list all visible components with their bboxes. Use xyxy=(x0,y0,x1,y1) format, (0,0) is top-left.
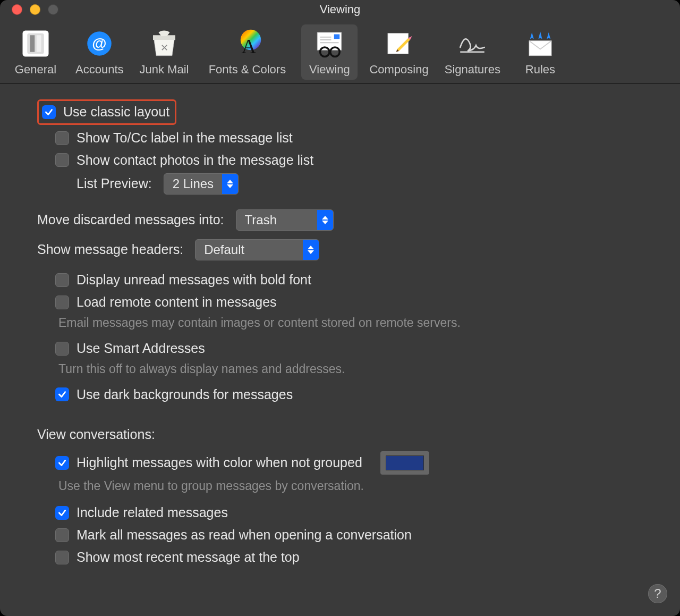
tab-label: Viewing xyxy=(309,63,350,77)
select-move-discarded[interactable]: Trash xyxy=(236,209,334,231)
help-button[interactable]: ? xyxy=(648,584,667,603)
preferences-toolbar: General @ Accounts ✕ Junk Mail xyxy=(0,19,680,83)
window-title: Viewing xyxy=(0,3,680,16)
svg-rect-2 xyxy=(30,35,35,52)
checkbox-most-recent-top[interactable] xyxy=(55,551,69,564)
checkbox-dark-backgrounds[interactable] xyxy=(55,387,69,401)
composing-icon xyxy=(382,27,416,61)
svg-marker-26 xyxy=(322,216,328,220)
show-headers-label: Show message headers: xyxy=(37,241,183,259)
display-unread-bold-label: Display unread messages with bold font xyxy=(76,271,311,289)
select-show-headers[interactable]: Default xyxy=(195,239,319,260)
minimize-window-button[interactable] xyxy=(30,4,40,15)
checkbox-smart-addresses[interactable] xyxy=(55,342,69,356)
highlight-color-well[interactable] xyxy=(380,451,429,475)
tab-label: Composing xyxy=(369,63,428,77)
tab-fonts-colors[interactable]: A Fonts & Colors xyxy=(200,24,294,80)
tab-composing[interactable]: Composing xyxy=(365,24,432,80)
svg-marker-27 xyxy=(322,221,328,224)
tab-label: Junk Mail xyxy=(140,63,189,77)
tab-accounts[interactable]: @ Accounts xyxy=(71,24,128,80)
close-window-button[interactable] xyxy=(12,4,22,15)
svg-text:@: @ xyxy=(92,35,107,52)
color-swatch-inner xyxy=(386,455,424,470)
accounts-icon: @ xyxy=(82,27,116,61)
load-remote-hint: Email messages may contain images or con… xyxy=(58,315,643,331)
svg-text:✕: ✕ xyxy=(160,43,168,53)
zoom-window-button[interactable] xyxy=(48,4,58,15)
fonts-colors-icon: A xyxy=(230,27,264,61)
select-value: 2 Lines xyxy=(164,175,222,192)
move-discarded-label: Move discarded messages into: xyxy=(37,211,224,229)
highlight-messages-label: Highlight messages with color when not g… xyxy=(76,454,362,472)
checkbox-highlight-messages[interactable] xyxy=(55,456,69,470)
svg-marker-25 xyxy=(227,184,233,188)
highlight-hint: Use the View menu to group messages by c… xyxy=(58,478,643,494)
smart-addresses-label: Use Smart Addresses xyxy=(76,340,205,358)
dark-backgrounds-label: Use dark backgrounds for messages xyxy=(76,386,293,404)
checkbox-include-related[interactable] xyxy=(55,506,69,520)
stepper-arrows-icon xyxy=(222,174,238,194)
titlebar: Viewing xyxy=(0,0,680,19)
stepper-arrows-icon xyxy=(317,210,333,230)
checkbox-load-remote[interactable] xyxy=(55,296,69,309)
svg-marker-28 xyxy=(308,246,314,249)
junk-mail-icon: ✕ xyxy=(147,27,181,61)
show-tocc-label: Show To/Cc label in the message list xyxy=(76,129,293,147)
load-remote-label: Load remote content in messages xyxy=(76,293,277,311)
tab-label: Signatures xyxy=(445,63,500,77)
checkbox-show-photos[interactable] xyxy=(55,153,69,167)
signatures-icon xyxy=(455,27,489,61)
tab-label: Fonts & Colors xyxy=(209,63,286,77)
svg-marker-29 xyxy=(308,250,314,254)
select-list-preview[interactable]: 2 Lines xyxy=(164,173,239,195)
mark-read-label: Mark all messages as read when opening a… xyxy=(76,526,412,544)
stepper-arrows-icon xyxy=(303,240,319,260)
checkbox-mark-read[interactable] xyxy=(55,528,69,542)
highlight-annotation: Use classic layout xyxy=(37,99,176,125)
checkbox-display-unread-bold[interactable] xyxy=(55,273,69,287)
classic-layout-label: Use classic layout xyxy=(63,103,169,121)
svg-marker-24 xyxy=(227,180,233,183)
include-related-label: Include related messages xyxy=(76,504,228,522)
svg-rect-3 xyxy=(37,35,41,52)
checkbox-classic-layout[interactable] xyxy=(42,105,56,119)
tab-rules[interactable]: Rules xyxy=(512,24,568,80)
general-icon xyxy=(19,27,53,61)
smart-addresses-hint: Turn this off to always display names an… xyxy=(58,361,643,377)
tab-label: Accounts xyxy=(75,63,124,77)
tab-general[interactable]: General xyxy=(7,24,64,80)
rules-icon xyxy=(523,27,557,61)
tab-signatures[interactable]: Signatures xyxy=(440,24,505,80)
svg-rect-1 xyxy=(27,33,44,54)
most-recent-top-label: Show most recent message at the top xyxy=(76,549,300,567)
svg-rect-11 xyxy=(334,35,340,39)
select-value: Trash xyxy=(236,212,317,229)
checkbox-show-tocc[interactable] xyxy=(55,131,69,145)
tab-junk-mail[interactable]: ✕ Junk Mail xyxy=(135,24,193,80)
tab-viewing[interactable]: Viewing xyxy=(301,24,358,80)
viewing-settings: Use classic layout Show To/Cc label in t… xyxy=(0,83,680,592)
tab-label: Rules xyxy=(525,63,555,77)
viewing-icon xyxy=(312,27,346,61)
window-controls xyxy=(0,4,58,15)
conversations-heading: View conversations: xyxy=(37,426,643,444)
help-icon: ? xyxy=(654,586,661,601)
svg-text:A: A xyxy=(242,35,257,57)
list-preview-label: List Preview: xyxy=(76,175,152,193)
preferences-window: Viewing General @ Accounts xyxy=(0,0,680,616)
select-value: Default xyxy=(196,241,303,258)
show-photos-label: Show contact photos in the message list xyxy=(76,151,313,170)
tab-label: General xyxy=(15,63,56,77)
